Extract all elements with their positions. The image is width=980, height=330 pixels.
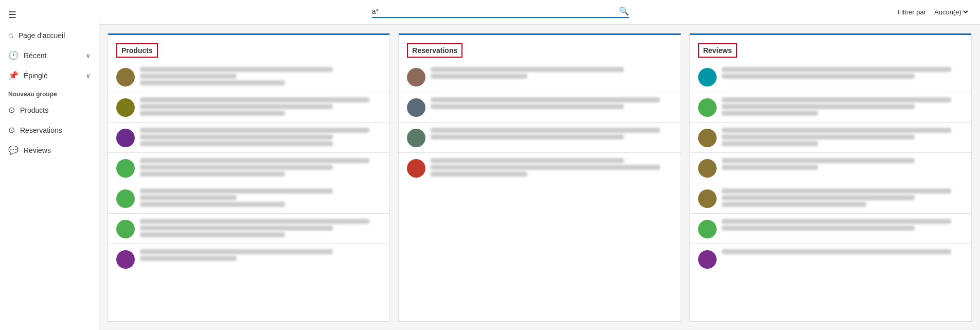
result-text (431, 97, 672, 109)
pin-icon: 📌 (8, 71, 19, 80)
avatar (407, 159, 425, 178)
result-text (140, 67, 381, 85)
sidebar-item-products[interactable]: ⊙ Products (0, 100, 99, 120)
blurred-text (722, 97, 951, 102)
result-text (140, 97, 381, 116)
blurred-text (140, 219, 369, 224)
sidebar-item-reviews[interactable]: 💬 Reviews (0, 140, 99, 160)
result-text (722, 128, 963, 146)
blurred-text (722, 67, 951, 72)
blurred-text (722, 219, 951, 224)
blurred-text (140, 195, 237, 200)
blurred-text (722, 188, 951, 194)
avatar (407, 98, 425, 117)
list-item[interactable] (690, 214, 971, 244)
avatar (698, 189, 717, 208)
list-item[interactable] (108, 244, 389, 274)
reservations-header-bar (399, 33, 680, 35)
result-text (722, 158, 963, 170)
result-text (722, 67, 963, 79)
list-item[interactable] (690, 92, 971, 123)
search-input[interactable] (372, 7, 619, 15)
blurred-text (431, 158, 623, 163)
list-item[interactable] (399, 153, 680, 183)
sidebar-section-label: Nouveau groupe (0, 85, 99, 100)
sidebar-item-reservations[interactable]: ⊙ Reservations (0, 120, 99, 140)
list-item[interactable] (690, 123, 971, 153)
blurred-text (140, 74, 237, 79)
blurred-text (140, 158, 369, 163)
blurred-text (722, 225, 915, 231)
avatar (116, 68, 135, 86)
products-column: Products (108, 33, 390, 322)
products-column-header: Products (116, 43, 158, 58)
list-item[interactable] (690, 153, 971, 183)
blurred-text (140, 67, 333, 72)
result-text (140, 249, 381, 261)
blurred-text (722, 249, 951, 254)
chevron-down-icon: ∨ (86, 52, 91, 59)
result-text (431, 67, 672, 79)
avatar (698, 220, 717, 238)
avatar (698, 129, 717, 147)
blurred-text (140, 232, 285, 237)
sidebar-pinned-label: Épinglé (24, 72, 48, 80)
blurred-text (431, 128, 660, 133)
hamburger-menu[interactable]: ☰ (0, 4, 99, 26)
products-icon: ⊙ (8, 105, 15, 115)
list-item[interactable] (399, 62, 680, 92)
reviews-column: Reviews (689, 33, 972, 322)
blurred-text (431, 97, 660, 102)
result-text (431, 158, 672, 177)
blurred-text (722, 165, 818, 170)
blurred-text (140, 80, 285, 85)
sidebar-reviews-label: Reviews (24, 146, 51, 154)
blurred-text (140, 141, 333, 146)
sidebar-item-home[interactable]: ⌂ Page d'accueil (0, 26, 99, 45)
recent-icon: 🕐 (8, 50, 19, 60)
result-text (140, 158, 381, 177)
blurred-text (431, 165, 660, 170)
search-container: 🔍 (372, 6, 629, 18)
blurred-text (722, 111, 818, 116)
reviews-header-bar (690, 33, 971, 35)
filter-select[interactable]: Aucun(e) (932, 8, 970, 16)
filter-label: Filtrer par (897, 8, 926, 16)
list-item[interactable] (108, 123, 389, 153)
blurred-text (722, 141, 818, 146)
list-item[interactable] (108, 214, 389, 244)
avatar (116, 189, 135, 208)
result-text (140, 128, 381, 146)
blurred-text (140, 256, 237, 261)
blurred-text (722, 134, 915, 140)
blurred-text (140, 225, 333, 231)
list-item[interactable] (690, 183, 971, 214)
list-item[interactable] (690, 244, 971, 274)
list-item[interactable] (690, 62, 971, 92)
blurred-text (140, 104, 333, 109)
avatar (407, 129, 425, 147)
blurred-text (140, 165, 333, 170)
products-list (108, 62, 389, 321)
avatar (407, 68, 425, 86)
home-icon: ⌂ (8, 31, 13, 40)
list-item[interactable] (108, 153, 389, 183)
result-text (140, 219, 381, 237)
search-icon[interactable]: 🔍 (619, 6, 629, 16)
sidebar-products-label: Products (20, 106, 48, 114)
result-text (722, 188, 963, 207)
avatar (698, 68, 717, 86)
list-item[interactable] (399, 92, 680, 123)
reservations-column: Reservations (398, 33, 681, 322)
list-item[interactable] (108, 62, 389, 92)
list-item[interactable] (108, 92, 389, 123)
reservations-icon: ⊙ (8, 125, 15, 135)
sidebar-home-label: Page d'accueil (19, 31, 65, 40)
sidebar-item-recent[interactable]: 🕐 Récent ∨ (0, 45, 99, 65)
avatar (116, 220, 135, 238)
list-item[interactable] (399, 123, 680, 153)
blurred-text (140, 134, 333, 140)
list-item[interactable] (108, 183, 389, 214)
avatar (116, 98, 135, 117)
sidebar-item-pinned[interactable]: 📌 Épinglé ∨ (0, 65, 99, 85)
